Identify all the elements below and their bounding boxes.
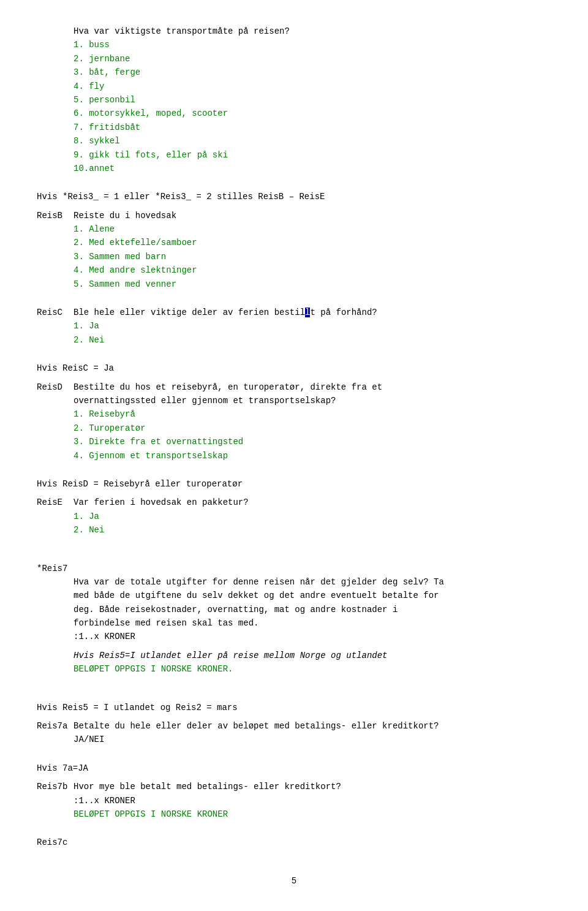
reis7-section: *Reis7 Hva var de totale utgifter for de… [37, 562, 551, 676]
reisb-option-1: 1. Alene [74, 222, 197, 236]
7a-ja-condition: Hvis 7a=JA [37, 762, 551, 775]
reisd-option-3: 3. Direkte fra et overnattingsted [74, 435, 382, 448]
reisc-option-2: 2. Nei [74, 333, 377, 347]
reisd-options: 1. Reisebyrå 2. Turoperatør 3. Direkte f… [74, 407, 382, 463]
intro-question-section: Hva var viktigste transportmåte på reise… [37, 25, 551, 175]
reise-section: ReisE Var ferien i hovedsak en pakketur?… [37, 496, 551, 537]
reis7b-label: Reis7b [37, 780, 74, 821]
reisc-section: ReisC Ble hele eller viktige deler av fe… [37, 306, 551, 347]
page-number: 5 [37, 874, 551, 888]
reis7-answer: :1..x KRONER [74, 630, 551, 643]
reis7b-question: Hvor mye ble betalt med betalings- eller… [74, 780, 341, 793]
transport-option-2: 2. jernbane [74, 52, 551, 66]
reisd-label: ReisD [37, 380, 74, 463]
reisd-option-2: 2. Turoperatør [74, 421, 382, 435]
transport-option-4: 4. fly [74, 80, 551, 93]
transport-option-7: 7. fritidsbåt [74, 121, 551, 134]
reis7-note: BELØPET OPPGIS I NORSKE KRONER. [74, 662, 551, 676]
reisb-option-3: 3. Sammen med barn [74, 250, 197, 263]
transport-option-5: 5. personbil [74, 93, 551, 107]
reisb-reise-condition: Hvis *Reis3_ = 1 eller *Reis3_ = 2 still… [37, 190, 551, 203]
page-content: Hva var viktigste transportmåte på reise… [37, 25, 551, 888]
reis7a-answer: JA/NEI [74, 733, 439, 746]
transport-option-3: 3. båt, ferge [74, 66, 551, 79]
transport-option-1: 1. buss [74, 38, 551, 51]
reisd-option-1: 1. Reisebyrå [74, 407, 382, 421]
reisb-question: Reiste du i hovedsak [74, 209, 197, 222]
reis7-label: *Reis7 [37, 562, 551, 575]
reis7a-label: Reis7a [37, 719, 74, 747]
reisc-ja-condition: Hvis ReisC = Ja [37, 361, 551, 375]
reis5-mars-condition: Hvis Reis5 = I utlandet og Reis2 = mars [37, 701, 551, 714]
reisc-question: Ble hele eller viktige deler av ferien b… [74, 306, 377, 319]
reise-option-1: 1. Ja [74, 510, 249, 523]
transport-option-8: 8. sykkel [74, 134, 551, 148]
reisd-condition: Hvis ReisD = Reisebyrå eller turoperatør [37, 477, 551, 491]
transport-options-list: 1. buss 2. jernbane 3. båt, ferge 4. fly… [74, 38, 551, 175]
reis7a-section: Reis7a Betalte du hele eller deler av be… [37, 719, 551, 747]
reisb-option-5: 5. Sammen med venner [74, 278, 197, 291]
reisb-label: ReisB [37, 209, 74, 291]
reise-option-2: 2. Nei [74, 523, 249, 537]
reise-options: 1. Ja 2. Nei [74, 510, 249, 537]
reisc-options: 1. Ja 2. Nei [74, 319, 377, 347]
reise-label: ReisE [37, 496, 74, 537]
transport-option-9: 9. gikk til fots, eller på ski [74, 148, 551, 162]
intro-question: Hva var viktigste transportmåte på reise… [74, 25, 551, 38]
reis7-question: Hva var de totale utgifter for denne rei… [74, 575, 551, 630]
reisb-section: ReisB Reiste du i hovedsak 1. Alene 2. M… [37, 209, 551, 291]
transport-option-10: 10.annet [74, 162, 551, 175]
transport-option-6: 6. motorsykkel, moped, scooter [74, 107, 551, 120]
reisb-options: 1. Alene 2. Med ektefelle/samboer 3. Sam… [74, 222, 197, 291]
reisc-label: ReisC [37, 306, 74, 347]
reis7c-section: Reis7c [37, 836, 551, 849]
reis7c-label: Reis7c [37, 837, 67, 847]
reisc-option-1: 1. Ja [74, 319, 377, 333]
reisb-option-4: 4. Med andre slektninger [74, 263, 197, 277]
reis7-condition: Hvis Reis5=I utlandet eller på reise mel… [74, 649, 551, 662]
reisd-question: Bestilte du hos et reisebyrå, en turoper… [74, 380, 382, 408]
reisd-option-4: 4. Gjennom et transportselskap [74, 449, 382, 463]
reise-question: Var ferien i hovedsak en pakketur? [74, 496, 249, 509]
reis7b-answer: :1..x KRONER [74, 794, 341, 807]
reis7b-note: BELØPET OPPGIS I NORSKE KRONER [74, 807, 341, 821]
reis7b-section: Reis7b Hvor mye ble betalt med betalings… [37, 780, 551, 821]
reisd-section: ReisD Bestilte du hos et reisebyrå, en t… [37, 380, 551, 463]
reis7a-question: Betalte du hele eller deler av beløpet m… [74, 719, 439, 733]
reisb-option-2: 2. Med ektefelle/samboer [74, 236, 197, 249]
